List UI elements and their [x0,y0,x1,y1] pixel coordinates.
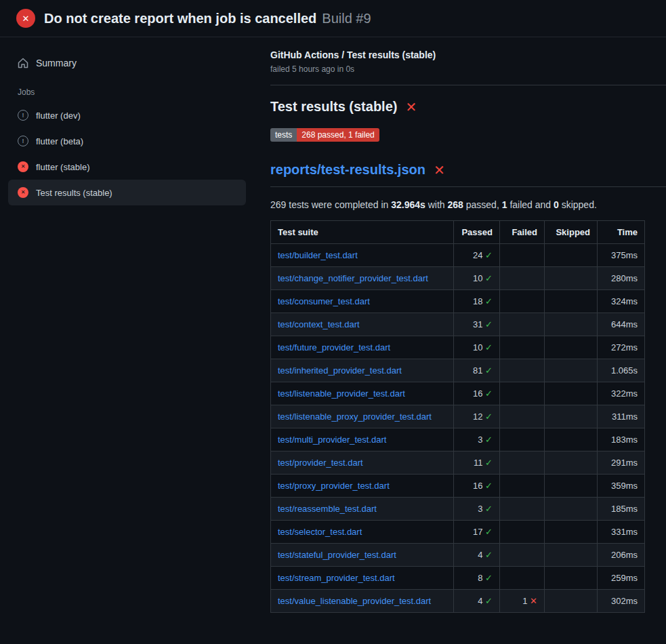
check-icon: ✓ [485,296,493,306]
passed-cell-value: 3 [478,504,485,514]
table-row: test/listenable_provider_test.dart16 ✓32… [271,382,645,405]
time-cell: 1.065s [598,359,645,382]
sidebar-item-flutter-beta[interactable]: ! flutter (beta) [8,128,246,154]
passed-cell: 16 ✓ [454,382,500,405]
summary-failed-count: 1 [502,199,507,210]
failed-cell [500,359,545,382]
check-icon: ✓ [485,481,493,491]
skipped-cell [545,267,598,290]
table-row: test/multi_provider_test.dart3 ✓183ms [271,428,645,451]
passed-cell: 16 ✓ [454,475,500,498]
job-label: Test results (stable) [36,188,112,198]
job-failed-icon: ✕ [18,161,28,172]
time-cell: 302ms [598,590,645,613]
skipped-cell [545,313,598,336]
breadcrumb: GitHub Actions / Test results (stable) [270,49,646,60]
test-suite-link[interactable]: test/selector_test.dart [278,527,362,537]
section-title-row: Test results (stable) ✕ [270,99,646,115]
test-suite-link[interactable]: test/proxy_provider_test.dart [278,481,390,491]
time-cell: 206ms [598,544,645,567]
passed-cell: 3 ✓ [454,498,500,521]
header-test-suite: Test suite [271,221,454,244]
sidebar-item-flutter-dev[interactable]: ! flutter (dev) [8,102,246,128]
test-suite-cell: test/provider_test.dart [271,451,454,475]
failed-cell [500,244,545,267]
passed-cell: 10 ✓ [454,336,500,359]
summary-text: with [425,199,448,210]
passed-cell: 4 ✓ [454,590,500,613]
failed-cell [500,313,545,336]
failed-x-icon: ✕ [405,100,417,114]
test-suite-link[interactable]: test/listenable_provider_test.dart [278,388,405,399]
report-file-link[interactable]: reports/test-results.json [270,162,425,178]
skipped-cell [545,428,598,451]
time-cell: 272ms [598,336,645,359]
jobs-section-label: Jobs [8,74,246,102]
header-time: Time [598,221,645,244]
test-suite-link[interactable]: test/context_test.dart [278,319,360,329]
test-suite-link[interactable]: test/inherited_provider_test.dart [278,365,402,376]
build-title-group: Do not create report when job is cancell… [44,11,371,26]
test-suite-link[interactable]: test/value_listenable_provider_test.dart [278,596,431,606]
passed-cell-value: 16 [473,481,485,491]
passed-cell: 4 ✓ [454,544,500,567]
sidebar-item-summary[interactable]: Summary [8,52,246,74]
failed-cell [500,567,545,590]
passed-cell: 31 ✓ [454,313,500,336]
test-suite-link[interactable]: test/stream_provider_test.dart [278,573,395,583]
failed-cell [500,498,545,521]
test-suite-cell: test/proxy_provider_test.dart [271,475,454,498]
time-cell: 644ms [598,313,645,336]
build-failed-icon: ✕ [16,9,35,28]
job-label: flutter (dev) [36,110,81,121]
build-header: ✕ Do not create report when job is cance… [0,0,666,37]
job-detail-panel: GitHub Actions / Test results (stable) f… [254,37,666,613]
test-suite-link[interactable]: test/listenable_proxy_provider_test.dart [278,411,432,422]
badge-label: tests [270,128,297,142]
test-suite-cell: test/listenable_proxy_provider_test.dart [271,405,454,428]
sidebar-item-test-results-stable[interactable]: ✕ Test results (stable) [8,180,246,205]
skipped-cell [545,521,598,544]
failed-cell: 1 ✕ [500,590,545,613]
failed-cell [500,405,545,428]
sidebar-item-flutter-stable[interactable]: ✕ flutter (stable) [8,154,246,180]
test-suite-link[interactable]: test/builder_test.dart [278,250,358,260]
passed-cell-value: 81 [473,365,485,376]
test-suite-link[interactable]: test/change_notifier_provider_test.dart [278,273,428,283]
tests-badge: tests 268 passed, 1 failed [270,128,379,142]
home-icon [18,58,28,68]
test-suite-cell: test/reassemble_test.dart [271,498,454,521]
header-passed: Passed [454,221,500,244]
report-header: reports/test-results.json ✕ [270,162,666,187]
table-row: test/inherited_provider_test.dart81 ✓1.0… [271,359,645,382]
failed-cell [500,290,545,313]
passed-cell: 81 ✓ [454,359,500,382]
check-icon: ✓ [485,342,493,353]
job-label: flutter (beta) [36,136,83,146]
sidebar: Summary Jobs ! flutter (dev) ! flutter (… [0,37,254,205]
passed-cell-value: 17 [473,527,485,537]
table-row: test/proxy_provider_test.dart16 ✓359ms [271,475,645,498]
check-icon: ✓ [485,504,493,514]
table-row: test/provider_test.dart11 ✓291ms [271,451,645,475]
test-suite-cell: test/multi_provider_test.dart [271,428,454,451]
time-cell: 375ms [598,244,645,267]
test-suite-link[interactable]: test/consumer_test.dart [278,296,370,306]
skipped-cell [545,405,598,428]
test-suite-link[interactable]: test/multi_provider_test.dart [278,435,386,445]
check-icon: ✓ [485,573,493,583]
passed-cell: 11 ✓ [454,451,500,475]
time-cell: 280ms [598,267,645,290]
test-suite-link[interactable]: test/provider_test.dart [278,458,363,468]
skipped-cell [545,475,598,498]
check-icon: ✓ [485,550,493,560]
failed-cell [500,544,545,567]
test-suite-link[interactable]: test/reassemble_test.dart [278,504,377,514]
sidebar-summary-label: Summary [36,58,77,68]
check-icon: ✓ [485,365,493,376]
results-summary: 269 tests were completed in 32.964s with… [270,199,646,210]
test-suite-link[interactable]: test/stateful_provider_test.dart [278,550,396,560]
time-cell: 259ms [598,567,645,590]
test-suite-link[interactable]: test/future_provider_test.dart [278,342,390,353]
table-header-row: Test suite Passed Failed Skipped Time [271,221,645,244]
